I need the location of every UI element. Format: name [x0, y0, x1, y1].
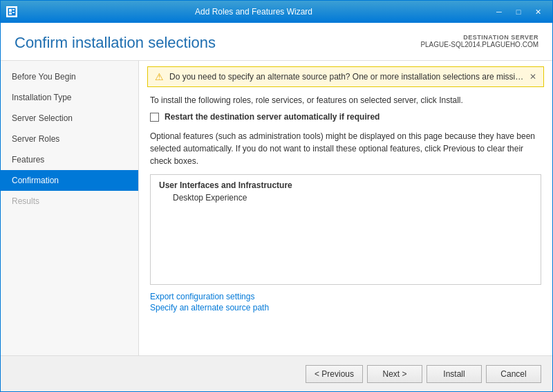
install-button[interactable]: Install — [427, 365, 482, 383]
warning-close-button[interactable]: ✕ — [529, 72, 536, 82]
restart-label: Restart the destination server automatic… — [165, 112, 379, 122]
alternate-source-link[interactable]: Specify an alternate source path — [150, 303, 541, 312]
sidebar-item-before-you-begin[interactable]: Before You Begin — [1, 66, 138, 87]
wizard-footer: < Previous Next > Install Cancel — [1, 355, 552, 391]
previous-button[interactable]: < Previous — [306, 365, 363, 383]
svg-rect-2 — [12, 9, 15, 10]
content-area: Before You Begin Installation Type Serve… — [1, 61, 552, 355]
sidebar-item-installation-type[interactable]: Installation Type — [1, 87, 138, 108]
sidebar-item-server-roles[interactable]: Server Roles — [1, 129, 138, 149]
wizard-window: Add Roles and Features Wizard ─ □ ✕ Conf… — [0, 0, 553, 392]
window-icon — [6, 6, 17, 17]
links-area: Export configuration settings Specify an… — [150, 292, 541, 312]
main-content: To install the following roles, role ser… — [139, 93, 552, 355]
destination-label: DESTINATION SERVER — [420, 34, 538, 41]
features-box: User Interfaces and Infrastructure Deskt… — [150, 174, 541, 285]
page-title: Confirm installation selections — [15, 34, 216, 52]
svg-rect-1 — [9, 9, 12, 12]
restart-option: Restart the destination server automatic… — [150, 112, 541, 122]
window-title: Add Roles and Features Wizard — [17, 7, 490, 17]
export-config-link[interactable]: Export configuration settings — [150, 292, 541, 301]
warning-banner: ⚠ Do you need to specify an alternate so… — [147, 66, 544, 87]
sidebar-item-features[interactable]: Features — [1, 149, 138, 170]
sidebar-item-confirmation[interactable]: Confirmation — [1, 170, 138, 191]
sidebar-item-results: Results — [1, 191, 138, 212]
window-controls: ─ □ ✕ — [490, 5, 547, 19]
server-name: PLAGUE-SQL2014.PLAGUEHO.COM — [420, 41, 538, 48]
destination-server-info: DESTINATION SERVER PLAGUE-SQL2014.PLAGUE… — [420, 34, 538, 48]
warning-text: Do you need to specify an alternate sour… — [169, 72, 524, 82]
feature-item-desktop-experience: Desktop Experience — [159, 193, 532, 203]
warning-icon: ⚠ — [155, 71, 164, 82]
title-bar: Add Roles and Features Wizard ─ □ ✕ — [1, 1, 552, 23]
install-instruction: To install the following roles, role ser… — [150, 95, 541, 105]
svg-rect-3 — [12, 12, 15, 13]
sidebar: Before You Begin Installation Type Serve… — [1, 61, 139, 355]
maximize-button[interactable]: □ — [509, 5, 527, 19]
sidebar-item-server-selection[interactable]: Server Selection — [1, 108, 138, 129]
optional-description: Optional features (such as administratio… — [150, 130, 541, 167]
svg-rect-4 — [9, 12, 12, 15]
restart-checkbox[interactable] — [150, 113, 159, 122]
minimize-button[interactable]: ─ — [490, 5, 508, 19]
main-panel: ⚠ Do you need to specify an alternate so… — [139, 61, 552, 355]
cancel-button[interactable]: Cancel — [486, 365, 541, 383]
page-header: Confirm installation selections DESTINAT… — [1, 23, 552, 61]
next-button[interactable]: Next > — [367, 365, 422, 383]
feature-group-label: User Interfaces and Infrastructure — [159, 180, 532, 190]
close-button[interactable]: ✕ — [529, 5, 547, 19]
